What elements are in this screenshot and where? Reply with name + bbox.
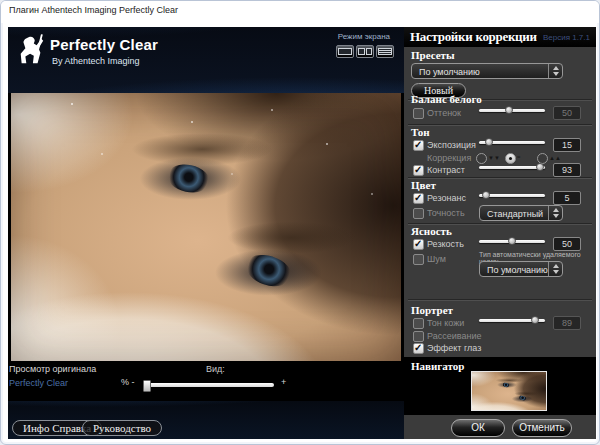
spinner-arrows-icon[interactable] [548, 206, 562, 220]
darken-arrows-icon: ▼▼ [488, 155, 500, 161]
brand-subtitle: By Athentech Imaging [52, 56, 140, 66]
ok-button[interactable]: ОК [451, 419, 505, 437]
navigator-band: Навигатор [404, 357, 596, 415]
split-pane-icon [358, 48, 365, 55]
zoom-minus-label[interactable]: % - [121, 377, 135, 387]
noise-type-select[interactable]: По умолчанию [479, 261, 563, 277]
lighten-arrows-icon: ▲▲ [549, 155, 561, 161]
clarity-header: Ясность [411, 225, 452, 237]
navigator-thumbnail-image [472, 372, 547, 411]
slider-knob[interactable] [536, 163, 544, 171]
skin-tone-checkbox[interactable] [413, 318, 424, 329]
screen-mode-label: Режим экрана [338, 32, 390, 41]
split-pane-icon [366, 48, 373, 55]
fidelity-checkbox[interactable] [413, 208, 424, 219]
vibrancy-slider[interactable] [479, 191, 545, 200]
navigator-header: Навигатор [411, 360, 464, 372]
plugin-window: Плагин Athentech Imaging Perfectly Clear… [0, 0, 600, 445]
exposure-value[interactable]: 15 [553, 138, 581, 152]
noise-label: Шум [427, 254, 446, 264]
right-eye [242, 250, 296, 292]
skin-tone-value[interactable]: 89 [553, 316, 581, 330]
contrast-label: Контраст [427, 165, 465, 175]
slider-knob[interactable] [505, 106, 513, 114]
stacked-pane-icon [378, 48, 392, 55]
panel-header: Настройки коррекции Версия 1.7.1 [404, 27, 596, 47]
vibrancy-checkbox[interactable] [413, 193, 424, 204]
slider-knob[interactable] [482, 191, 490, 199]
color-header: Цвет [411, 179, 436, 191]
zoom-slider-knob[interactable] [143, 380, 151, 392]
screen-mode-single-button[interactable] [336, 45, 354, 58]
tint-value[interactable]: 50 [553, 106, 581, 120]
slider-knob[interactable] [485, 138, 493, 146]
viewer-bottom-strip: Просмотр оригинала Perfectly Clear Вид: … [8, 361, 404, 401]
contrast-value[interactable]: 93 [553, 163, 581, 177]
sharpen-value[interactable]: 50 [553, 237, 581, 251]
version-label: Версия 1.7.1 [543, 33, 590, 42]
preset-select[interactable]: По умолчанию [411, 63, 563, 79]
exposure-checkbox[interactable] [413, 140, 424, 151]
portrait-header: Портрет [411, 304, 453, 316]
spinner-arrows-icon[interactable] [548, 262, 562, 276]
diffusion-checkbox[interactable] [413, 331, 424, 342]
screen-mode-stacked-button[interactable] [376, 45, 394, 58]
contrast-checkbox[interactable] [413, 165, 424, 176]
divider [408, 299, 592, 301]
athentech-logo-icon [16, 34, 46, 70]
right-eye [517, 395, 527, 402]
navigator-thumbnail[interactable] [471, 371, 547, 411]
guide-button[interactable]: Руководство [82, 420, 162, 436]
zoom-slider[interactable] [144, 383, 274, 387]
slider-knob[interactable] [531, 316, 539, 324]
fidelity-selected-value: Стандартный [487, 209, 543, 219]
screen-mode-buttons [336, 45, 394, 58]
noise-selected-value: По умолчанию [487, 265, 548, 275]
fidelity-select[interactable]: Стандартный [479, 205, 563, 221]
divider [408, 124, 592, 126]
slider-track [479, 166, 545, 169]
slider-knob[interactable] [508, 237, 516, 245]
sharpen-slider[interactable] [479, 237, 545, 246]
title-bar: Плагин Athentech Imaging Perfectly Clear [1, 1, 599, 23]
viewer-header: Perfectly Clear By Athentech Imaging Реж… [8, 27, 404, 93]
neutral-icon: ≈ [517, 154, 520, 160]
screen-mode-split-button[interactable] [356, 45, 374, 58]
left-eye [502, 382, 511, 388]
correction-settings-panel: Настройки коррекции Версия 1.7.1 Пресеты… [404, 27, 596, 439]
white-balance-header: Баланс белого [411, 93, 482, 105]
zoom-plus-label[interactable]: + [281, 377, 286, 387]
skin-tone-slider[interactable] [479, 316, 545, 325]
presets-header: Пресеты [411, 49, 455, 61]
preset-selected-value: По умолчанию [419, 67, 480, 77]
viewer-footer: Инфо Справка Руководство [8, 401, 404, 439]
tint-label: Оттенок [427, 108, 461, 118]
exposure-label: Экспозиция [427, 140, 476, 150]
fidelity-label: Точность [427, 208, 465, 218]
tint-checkbox[interactable] [413, 108, 424, 119]
window-title: Плагин Athentech Imaging Perfectly Clear [9, 5, 178, 15]
preview-image[interactable] [11, 93, 401, 361]
tone-header: Тон [411, 126, 430, 138]
original-preview-label[interactable]: Просмотр оригинала [9, 364, 96, 374]
contrast-slider[interactable] [479, 163, 545, 172]
sharpen-label: Резкость [427, 239, 464, 249]
cancel-button[interactable]: Отменить [512, 419, 572, 437]
tint-slider[interactable] [479, 106, 545, 115]
correction-label: Коррекция [427, 153, 471, 163]
panel-title: Настройки коррекции [410, 29, 537, 45]
brand-title: Perfectly Clear [50, 36, 158, 53]
single-pane-icon [338, 48, 352, 55]
noise-checkbox[interactable] [413, 254, 424, 265]
viewer-area: Perfectly Clear By Athentech Imaging Реж… [8, 27, 404, 439]
diffusion-label: Рассеивание [427, 331, 481, 341]
sharpen-checkbox[interactable] [413, 239, 424, 250]
view-label: Вид: [206, 364, 225, 374]
plugin-link[interactable]: Perfectly Clear [9, 378, 68, 388]
spinner-arrows-icon[interactable] [548, 64, 562, 78]
vibrancy-value[interactable]: 5 [553, 191, 581, 205]
exposure-slider[interactable] [479, 138, 545, 147]
eye-effect-checkbox[interactable] [413, 343, 424, 354]
action-bar: ОК Отменить [404, 415, 596, 439]
eye-effect-label: Эффект глаз [427, 343, 481, 353]
